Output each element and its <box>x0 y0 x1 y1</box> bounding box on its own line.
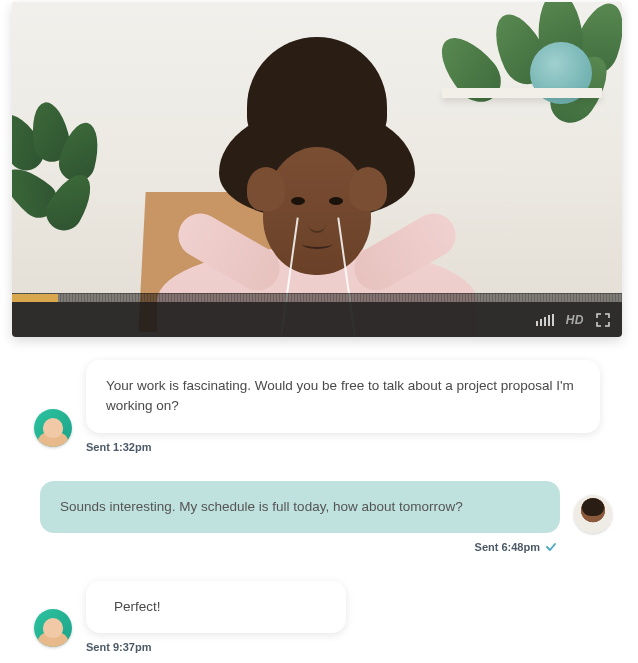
video-controls: HD <box>12 293 622 337</box>
progress-fill <box>12 294 58 302</box>
message-timestamp: Sent 6:48pm <box>475 541 540 553</box>
message-bubble[interactable]: Sounds interesting. My schedule is full … <box>40 481 560 533</box>
video-player[interactable]: HD <box>12 2 622 337</box>
plant-decoration <box>12 102 152 302</box>
message-text: Perfect! <box>114 599 161 614</box>
message-bubble[interactable]: Perfect! <box>86 581 346 633</box>
avatar[interactable] <box>34 409 72 447</box>
message-meta: Sent 1:32pm <box>86 441 622 453</box>
chat-message: Your work is fascinating. Would you be f… <box>16 360 622 453</box>
signal-bars-icon[interactable] <box>536 314 554 326</box>
hd-label[interactable]: HD <box>566 313 584 327</box>
progress-track[interactable] <box>12 293 622 302</box>
chat-message: Perfect! Sent 9:37pm <box>16 581 622 653</box>
avatar[interactable] <box>34 609 72 647</box>
read-check-icon <box>546 542 560 552</box>
chat-thread: Your work is fascinating. Would you be f… <box>0 360 638 663</box>
chat-message: Sounds interesting. My schedule is full … <box>16 481 622 553</box>
message-meta: Sent 9:37pm <box>86 641 622 653</box>
fullscreen-icon[interactable] <box>596 313 610 327</box>
message-meta: Sent 6:48pm <box>16 541 560 553</box>
message-text: Your work is fascinating. Would you be f… <box>106 378 574 413</box>
message-text: Sounds interesting. My schedule is full … <box>60 499 463 514</box>
video-frame <box>12 2 622 337</box>
avatar[interactable] <box>574 495 612 533</box>
video-scene <box>12 2 622 337</box>
controls-bar: HD <box>12 302 622 337</box>
message-bubble[interactable]: Your work is fascinating. Would you be f… <box>86 360 600 433</box>
